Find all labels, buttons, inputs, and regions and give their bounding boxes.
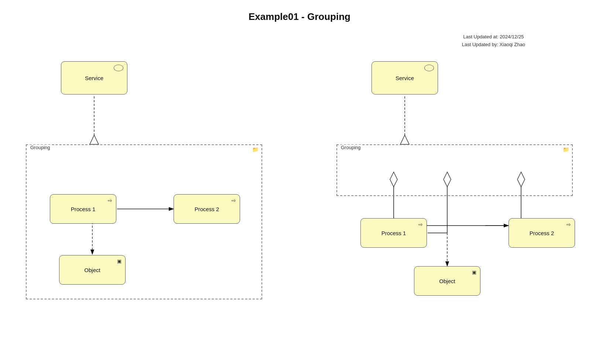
right-service-label: Service bbox=[396, 75, 414, 81]
left-grouping-label: Grouping bbox=[30, 145, 51, 150]
right-grouping-label: Grouping bbox=[340, 145, 361, 150]
left-object-label: Object bbox=[84, 267, 100, 273]
right-service-node: Service bbox=[372, 61, 438, 95]
left-object-icon: ▣ bbox=[117, 258, 121, 264]
left-process1-icon: ⇨ bbox=[108, 198, 112, 203]
page-title: Example01 - Grouping bbox=[0, 0, 599, 26]
left-service-label: Service bbox=[85, 75, 103, 81]
left-object-node: Object ▣ bbox=[59, 255, 126, 285]
right-process2-node: Process 2 ⇨ bbox=[509, 218, 575, 248]
left-process1-label: Process 1 bbox=[71, 206, 96, 212]
left-service-icon bbox=[114, 65, 123, 71]
right-process2-label: Process 2 bbox=[530, 230, 554, 236]
right-object-icon: ▣ bbox=[472, 269, 476, 275]
right-grouping-box: Grouping 📁 bbox=[336, 144, 573, 196]
right-process1-label: Process 1 bbox=[381, 230, 406, 236]
svg-marker-1 bbox=[90, 135, 99, 144]
left-process1-node: Process 1 ⇨ bbox=[50, 194, 116, 224]
right-grouping-icon: 📁 bbox=[563, 147, 569, 152]
left-service-node: Service bbox=[61, 61, 127, 95]
right-object-node: Object ▣ bbox=[414, 266, 480, 296]
right-process1-node: Process 1 ⇨ bbox=[360, 218, 427, 248]
right-process2-icon: ⇨ bbox=[567, 222, 571, 227]
left-process2-icon: ⇨ bbox=[232, 198, 236, 203]
left-process2-label: Process 2 bbox=[195, 206, 219, 212]
right-process1-icon: ⇨ bbox=[418, 222, 423, 227]
right-service-icon bbox=[424, 65, 434, 71]
diagrams-container: Service Grouping 📁 Process 1 ⇨ Process 2… bbox=[0, 26, 599, 318]
left-process2-node: Process 2 ⇨ bbox=[174, 194, 240, 224]
left-grouping-icon: 📁 bbox=[252, 147, 259, 152]
right-object-label: Object bbox=[439, 278, 455, 284]
svg-marker-9 bbox=[400, 135, 409, 144]
diagram-left: Service Grouping 📁 Process 1 ⇨ Process 2… bbox=[22, 41, 266, 318]
diagram-right: Service Grouping 📁 Process 1 ⇨ Process 2… bbox=[333, 41, 577, 318]
